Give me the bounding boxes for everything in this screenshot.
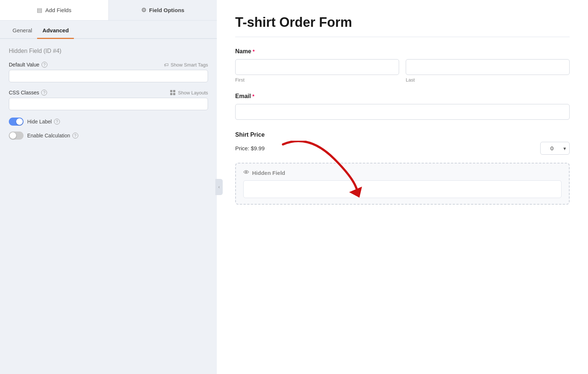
- email-required-star: *: [252, 93, 254, 99]
- hidden-field-header: 👁 Hidden Field: [243, 169, 562, 176]
- tab-advanced[interactable]: Advanced: [37, 22, 74, 39]
- css-classes-help-icon[interactable]: ?: [41, 90, 47, 96]
- tab-field-options[interactable]: ⚙ Field Options: [109, 0, 217, 20]
- last-name-wrap: Last: [406, 59, 570, 83]
- hide-label-row: Hide Label ?: [9, 118, 208, 126]
- show-layouts-label: Show Layouts: [178, 90, 208, 96]
- tab-add-fields[interactable]: ▤ Add Fields: [0, 0, 109, 20]
- enable-calc-help-icon[interactable]: ?: [72, 133, 78, 139]
- tab-add-fields-label: Add Fields: [45, 7, 71, 13]
- hide-label-text: Hide Label: [27, 119, 52, 125]
- default-value-label: Default Value: [9, 62, 39, 68]
- shirt-price-row: Price: $9.99 0 1 2 3: [235, 142, 570, 155]
- default-value-row: Default Value ? 🏷 Show Smart Tags: [9, 62, 208, 68]
- shirt-price-section: Shirt Price Price: $9.99 0 1 2 3: [235, 132, 570, 155]
- hide-label-toggle[interactable]: [9, 118, 24, 126]
- show-smart-tags-label: Show Smart Tags: [171, 62, 208, 68]
- enable-calc-row: Enable Calculation ?: [9, 132, 208, 140]
- first-label: First: [235, 77, 399, 83]
- default-value-label-group: Default Value ?: [9, 62, 47, 68]
- email-input[interactable]: [235, 104, 570, 120]
- hidden-field-input[interactable]: [243, 180, 562, 198]
- options-icon: ⚙: [141, 7, 146, 14]
- css-classes-input[interactable]: [9, 98, 208, 110]
- last-name-input[interactable]: [406, 59, 570, 75]
- quantity-select-wrap: 0 1 2 3: [540, 142, 570, 155]
- quantity-select[interactable]: 0 1 2 3: [540, 142, 570, 155]
- collapse-handle[interactable]: ‹: [215, 179, 223, 195]
- name-required-star: *: [253, 48, 255, 54]
- form-divider: [235, 37, 570, 37]
- tab-general[interactable]: General: [7, 22, 37, 39]
- form-title: T-shirt Order Form: [235, 15, 570, 30]
- hidden-field-section: 👁 Hidden Field: [235, 163, 570, 205]
- tag-icon: 🏷: [164, 62, 169, 68]
- right-panel: T-shirt Order Form Name * First Last Ema…: [217, 0, 588, 374]
- default-value-input[interactable]: [9, 70, 208, 82]
- panel-content: Hidden Field (ID #4) Default Value ? 🏷 S…: [0, 39, 217, 374]
- arrow-container: 👁 Hidden Field: [235, 163, 570, 205]
- first-name-input[interactable]: [235, 59, 399, 75]
- hidden-field-label: Hidden Field: [252, 170, 285, 176]
- name-label: Name *: [235, 48, 570, 55]
- email-label: Email *: [235, 93, 570, 100]
- enable-calc-text: Enable Calculation: [27, 133, 70, 139]
- fields-icon: ▤: [37, 7, 42, 14]
- price-text: Price: $9.99: [235, 145, 265, 151]
- show-smart-tags-link[interactable]: 🏷 Show Smart Tags: [164, 62, 208, 68]
- tab-field-options-label: Field Options: [149, 7, 184, 13]
- shirt-price-label: Shirt Price: [235, 132, 570, 138]
- name-field-group: Name * First Last: [235, 48, 570, 83]
- css-classes-label-group: CSS Classes ?: [9, 90, 47, 96]
- default-value-help-icon[interactable]: ?: [42, 62, 47, 68]
- last-label: Last: [406, 77, 570, 83]
- left-panel: ▤ Add Fields ⚙ Field Options General Adv…: [0, 0, 217, 374]
- field-title: Hidden Field (ID #4): [9, 48, 208, 54]
- name-inputs: First Last: [235, 59, 570, 83]
- css-classes-row: CSS Classes ? Show Layouts: [9, 90, 208, 96]
- hidden-field-icon: 👁: [243, 169, 249, 176]
- enable-calc-toggle[interactable]: [9, 132, 24, 140]
- hide-label-help-icon[interactable]: ?: [54, 119, 60, 125]
- css-classes-label: CSS Classes: [9, 90, 39, 96]
- top-tabs: ▤ Add Fields ⚙ Field Options: [0, 0, 217, 21]
- show-layouts-link[interactable]: Show Layouts: [170, 90, 208, 96]
- email-field-group: Email *: [235, 93, 570, 121]
- first-name-wrap: First: [235, 59, 399, 83]
- inner-tabs: General Advanced: [0, 22, 217, 39]
- layout-icon: [170, 90, 175, 95]
